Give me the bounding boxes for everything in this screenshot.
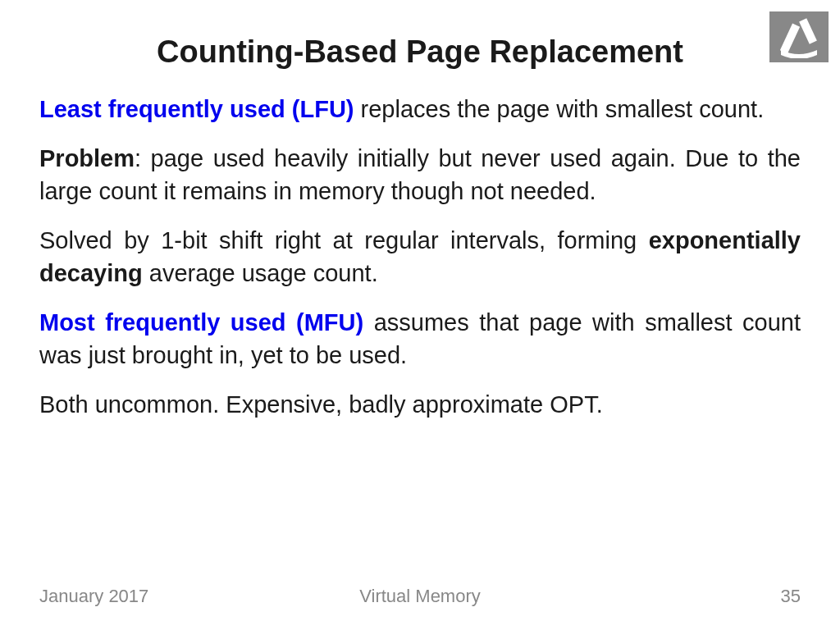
slide-content: Least frequently used (LFU) replaces the… [0, 93, 840, 421]
text-lfu-rest: replaces the page with smallest count. [354, 96, 765, 122]
paragraph-mfu: Most frequently used (MFU) assumes that … [39, 306, 801, 372]
footer-date: January 2017 [39, 586, 148, 607]
footer-page-number: 35 [781, 586, 801, 607]
label-problem: Problem [39, 145, 135, 171]
paragraph-lfu: Least frequently used (LFU) replaces the… [39, 93, 801, 126]
text-problem-rest: : page used heavily initially but never … [39, 145, 801, 204]
text-solution-pre: Solved by 1-bit shift right at regular i… [39, 227, 649, 253]
paragraph-problem: Problem: page used heavily initially but… [39, 142, 801, 208]
slide-title: Counting-Based Page Replacement [0, 0, 840, 93]
text-solution-post: average usage count. [143, 260, 378, 286]
paragraph-summary: Both uncommon. Expensive, badly approxim… [39, 388, 801, 421]
slide-footer: January 2017 Virtual Memory 35 [0, 586, 840, 607]
svg-rect-0 [780, 24, 800, 54]
footer-topic: Virtual Memory [359, 586, 481, 607]
institution-logo-icon [769, 11, 829, 62]
term-mfu: Most frequently used (MFU) [39, 309, 363, 336]
svg-rect-1 [799, 18, 817, 43]
paragraph-solution: Solved by 1-bit shift right at regular i… [39, 224, 801, 290]
term-lfu: Least frequently used (LFU) [39, 96, 354, 122]
